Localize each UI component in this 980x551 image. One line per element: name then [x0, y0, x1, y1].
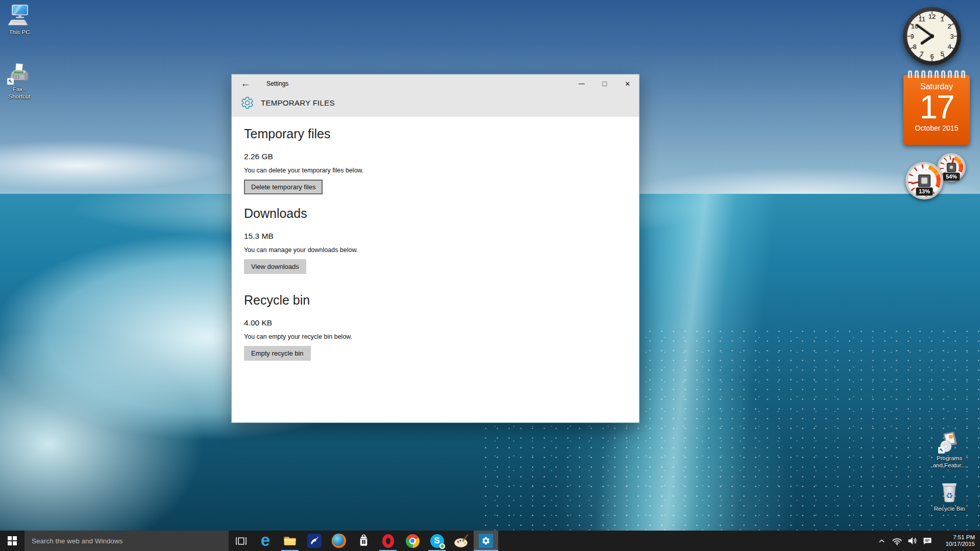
taskbar-app-store[interactable] [351, 531, 376, 551]
blue-bird-app-icon [307, 534, 322, 548]
edge-icon: e [261, 532, 270, 548]
minimize-button[interactable]: — [570, 74, 593, 93]
system-tray: 7:51 PM 10/17/2015 [874, 531, 980, 551]
this-pc-icon [6, 4, 33, 28]
window-title: Settings [266, 80, 288, 87]
back-arrow-icon: ← [241, 78, 251, 89]
cpu-meter-gauge[interactable]: 13% [905, 162, 943, 199]
fax-label-line1: Fax - [0, 86, 41, 93]
tray-wifi-button[interactable] [889, 531, 904, 551]
calendar-month-year: October 2015 [903, 124, 970, 132]
programs-label-line2: and Featur... [928, 462, 971, 469]
shortcut-arrow-icon [938, 447, 945, 454]
settings-gear-icon [240, 96, 254, 110]
taskbar-app-blue-bird[interactable] [302, 531, 327, 551]
tray-clock[interactable]: 7:51 PM 10/17/2015 [937, 534, 975, 548]
store-icon [357, 534, 371, 548]
speaker-icon [907, 536, 918, 545]
file-explorer-icon [283, 534, 297, 548]
titlebar[interactable]: ← Settings — □ ✕ [232, 74, 639, 93]
calendar-gadget[interactable]: Saturday 17 October 2015 [903, 75, 970, 145]
firefox-icon [332, 534, 346, 548]
start-button[interactable] [0, 531, 24, 551]
taskbar-app-paint[interactable] [449, 531, 474, 551]
section-size-value: 4.00 KB [244, 318, 627, 328]
skype-icon: S [430, 534, 444, 548]
clock-number: 11 [918, 15, 925, 23]
paint-icon [454, 533, 469, 548]
clock-number: 8 [913, 43, 916, 51]
desktop-icon-this-pc[interactable]: This PC [0, 4, 41, 36]
section-recycle-bin: Recycle bin 4.00 KB You can empty your r… [244, 292, 627, 361]
clock-number: 6 [930, 53, 934, 60]
ram-percent-badge: 54% [943, 172, 960, 181]
taskbar-app-chrome[interactable] [400, 531, 425, 551]
taskbar-search[interactable] [24, 531, 229, 551]
desktop-icon-recycle-bin[interactable]: ♻ Recycle Bin [928, 479, 971, 512]
clock-hub [930, 34, 934, 38]
windows-logo-icon [8, 536, 17, 545]
desktop-icon-programs-and-features[interactable]: Programs and Featur... [928, 430, 971, 469]
clock-number: 2 [947, 22, 951, 30]
chrome-icon [406, 534, 420, 548]
task-view-icon [235, 535, 247, 547]
page-header: TEMPORARY FILES [232, 96, 639, 110]
taskbar-app-skype[interactable]: S [425, 531, 449, 551]
recycle-symbol-icon: ♻ [946, 491, 953, 500]
taskbar: e S [0, 531, 980, 551]
section-heading: Temporary files [244, 126, 627, 141]
cpu-percent-badge: 13% [916, 187, 933, 196]
section-heading: Recycle bin [244, 292, 627, 308]
search-input[interactable] [24, 531, 229, 551]
close-icon: ✕ [625, 80, 630, 88]
clock-number: 5 [940, 50, 944, 58]
section-size-value: 15.3 MB [244, 232, 627, 241]
taskbar-app-edge[interactable]: e [253, 531, 278, 551]
section-description: You can empty your recycle bin below. [244, 333, 627, 340]
taskbar-app-opera[interactable] [376, 531, 400, 551]
settings-window-header: ← Settings — □ ✕ TEMPORARY FILES [232, 74, 639, 117]
clock-number: 4 [947, 43, 951, 51]
cpu-chip-icon [918, 174, 930, 187]
view-downloads-button[interactable]: View downloads [244, 259, 306, 274]
action-center-icon [922, 536, 933, 545]
section-size-value: 2.26 GB [244, 152, 627, 161]
section-temporary-files: Temporary files 2.26 GB You can delete y… [244, 126, 627, 194]
settings-window: ← Settings — □ ✕ TEMPORARY FILES Tempora… [231, 74, 640, 423]
delete-temporary-files-button[interactable]: Delete temporary files [244, 180, 323, 194]
tray-time: 7:51 PM [937, 534, 975, 541]
task-view-button[interactable] [229, 531, 253, 551]
tray-date: 10/17/2015 [937, 541, 975, 548]
opera-icon [382, 534, 394, 548]
tray-chevron-button[interactable] [874, 531, 889, 551]
shortcut-arrow-icon [7, 78, 14, 85]
settings-page-content: Temporary files 2.26 GB You can delete y… [232, 117, 639, 422]
chevron-up-icon [878, 537, 886, 545]
fax-label-line2: Shortcut [0, 93, 41, 100]
tray-volume-button[interactable] [904, 531, 920, 551]
calendar-spiral [903, 70, 970, 78]
wifi-icon [892, 536, 902, 545]
clock-number: 12 [928, 13, 936, 20]
taskbar-app-settings[interactable] [474, 531, 498, 551]
taskbar-app-firefox[interactable] [327, 531, 351, 551]
clock-number: 7 [920, 50, 923, 58]
section-heading: Downloads [244, 206, 627, 221]
clock-gadget[interactable]: 12 1 2 3 4 5 6 7 8 9 10 11 [903, 7, 961, 65]
taskbar-app-file-explorer[interactable] [278, 531, 302, 551]
section-description: You can delete your temporary files belo… [244, 167, 627, 174]
tray-action-center-button[interactable] [920, 531, 935, 551]
desktop-icon-fax-shortcut[interactable]: Fax - Shortcut [0, 62, 41, 100]
close-button[interactable]: ✕ [616, 74, 639, 93]
programs-label-line1: Programs [928, 455, 971, 462]
back-button[interactable]: ← [232, 78, 259, 89]
maximize-button[interactable]: □ [593, 74, 616, 93]
empty-recycle-bin-button[interactable]: Empty recycle bin [244, 346, 311, 361]
clock-number: 3 [950, 33, 953, 40]
minimize-icon: — [579, 80, 585, 87]
recycle-bin-label: Recycle Bin [928, 505, 971, 512]
section-downloads: Downloads 15.3 MB You can manage your do… [244, 206, 627, 274]
section-description: You can manage your downloads below. [244, 246, 627, 254]
ram-chip-icon [947, 163, 956, 172]
clock-number: 1 [940, 15, 944, 23]
